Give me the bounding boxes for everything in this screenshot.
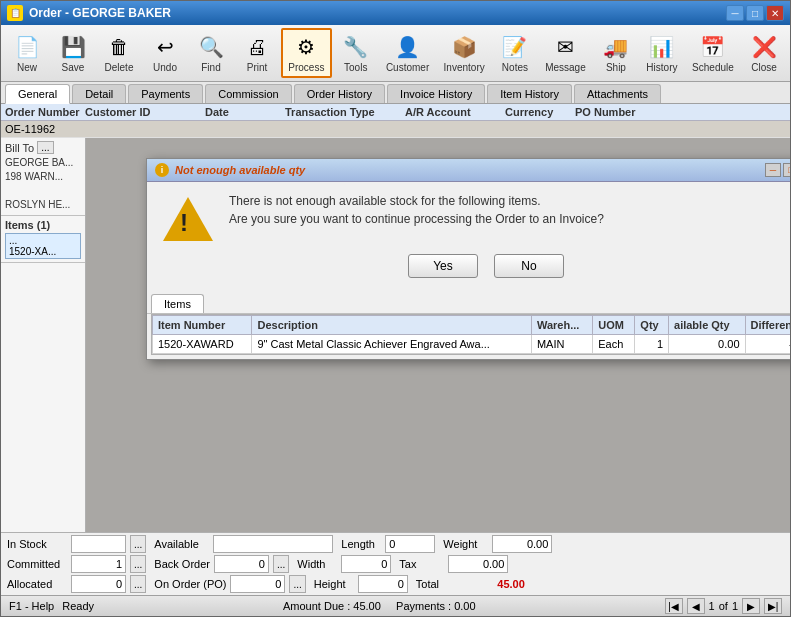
tools-button[interactable]: 🔧 Tools [334, 29, 378, 77]
inventory-button[interactable]: 📦 Inventory [437, 29, 491, 77]
dialog-title-bar: i Not enough available qty ─ □ ✕ [147, 159, 790, 182]
notes-label: Notes [502, 62, 528, 73]
ready-text: Ready [62, 600, 94, 612]
maximize-button[interactable]: □ [746, 5, 764, 21]
in-stock-input[interactable] [71, 535, 126, 553]
back-order-input[interactable] [214, 555, 269, 573]
yes-button[interactable]: Yes [408, 254, 478, 278]
no-button[interactable]: No [494, 254, 564, 278]
last-page-button[interactable]: ▶| [764, 598, 782, 614]
save-button[interactable]: 💾 Save [51, 29, 95, 77]
available-label: Available [154, 538, 209, 550]
find-button[interactable]: 🔍 Find [189, 29, 233, 77]
th-item-number: Item Number [153, 316, 252, 335]
on-order-btn[interactable]: ... [289, 575, 305, 593]
order-data-row: OE-11962 [1, 121, 790, 138]
new-button[interactable]: 📄 New [5, 29, 49, 77]
tab-order-history[interactable]: Order History [294, 84, 385, 103]
width-label: Width [297, 558, 337, 570]
dialog-items-tab[interactable]: Items [151, 294, 204, 313]
in-stock-btn[interactable]: ... [130, 535, 146, 553]
schedule-button[interactable]: 📅 Schedule [686, 29, 740, 77]
delete-button[interactable]: 🗑 Delete [97, 29, 141, 77]
page-number: 1 [709, 600, 715, 612]
bottom-row-3: Allocated ... On Order (PO) ... Height T… [7, 575, 784, 593]
left-panel: Bill To ... GEORGE BA... 198 WARN... ROS… [1, 138, 86, 532]
col-currency: Currency [505, 106, 575, 118]
available-input[interactable] [213, 535, 333, 553]
page-total: 1 [732, 600, 738, 612]
tax-input[interactable] [448, 555, 508, 573]
height-input[interactable] [358, 575, 408, 593]
tools-label: Tools [344, 62, 367, 73]
td-description: 9" Cast Metal Classic Achiever Engraved … [252, 335, 531, 354]
find-label: Find [201, 62, 220, 73]
prev-page-button[interactable]: ◀ [687, 598, 705, 614]
back-order-btn[interactable]: ... [273, 555, 289, 573]
width-input[interactable] [341, 555, 391, 573]
length-input[interactable] [385, 535, 435, 553]
next-page-button[interactable]: ▶ [742, 598, 760, 614]
history-button[interactable]: 📊 History [640, 29, 684, 77]
tools-icon: 🔧 [342, 33, 370, 61]
first-page-button[interactable]: |◀ [665, 598, 683, 614]
window-controls: ─ □ ✕ [726, 5, 784, 21]
schedule-icon: 📅 [699, 33, 727, 61]
weight-input[interactable] [492, 535, 552, 553]
tab-invoice-history[interactable]: Invoice History [387, 84, 485, 103]
tax-label: Tax [399, 558, 444, 570]
save-icon: 💾 [59, 33, 87, 61]
bill-to-expand-button[interactable]: ... [37, 141, 53, 154]
dialog-title-text: Not enough available qty [175, 164, 305, 176]
tab-commission[interactable]: Commission [205, 84, 292, 103]
message-button[interactable]: ✉ Message [539, 29, 592, 77]
order-header-columns: Order Number Customer ID Date Transactio… [1, 104, 790, 121]
history-icon: 📊 [648, 33, 676, 61]
col-order-number: Order Number [5, 106, 85, 118]
dialog-restore-button[interactable]: □ [783, 163, 790, 177]
close-window-button[interactable]: ✕ [766, 5, 784, 21]
ship-button[interactable]: 🚚 Ship [594, 29, 638, 77]
tab-payments[interactable]: Payments [128, 84, 203, 103]
tab-general[interactable]: General [5, 84, 70, 104]
bottom-row-1: In Stock ... Available Length Weight [7, 535, 784, 553]
ship-label: Ship [606, 62, 626, 73]
committed-input[interactable] [71, 555, 126, 573]
dialog-minimize-button[interactable]: ─ [765, 163, 781, 177]
minimize-button[interactable]: ─ [726, 5, 744, 21]
total-label: Total [416, 578, 461, 590]
customer-button[interactable]: 👤 Customer [380, 29, 436, 77]
dialog-body: ! There is not enough available stock fo… [147, 182, 790, 290]
bill-to-address: GEORGE BA... 198 WARN... ROSLYN HE... [5, 156, 81, 212]
payments-text: Payments : 0.00 [396, 600, 476, 612]
th-description: Description [252, 316, 531, 335]
process-label: Process [288, 62, 324, 73]
th-qty: Qty [635, 316, 669, 335]
process-button[interactable]: ⚙ Process [281, 28, 332, 78]
close-button[interactable]: ❌ Close [742, 29, 786, 77]
allocated-input[interactable] [71, 575, 126, 593]
on-order-input[interactable] [230, 575, 285, 593]
allocated-btn[interactable]: ... [130, 575, 146, 593]
help-text: F1 - Help [9, 600, 54, 612]
total-value: 45.00 [465, 578, 525, 590]
committed-btn[interactable]: ... [130, 555, 146, 573]
tab-detail[interactable]: Detail [72, 84, 126, 103]
tab-attachments[interactable]: Attachments [574, 84, 661, 103]
inventory-icon: 📦 [450, 33, 478, 61]
undo-button[interactable]: ↩ Undo [143, 29, 187, 77]
dialog-items-table-container: Item Number Description Wareh... UOM Qty… [151, 314, 790, 355]
weight-label: Weight [443, 538, 488, 550]
dialog-inner-tab-bar: Items [147, 290, 790, 314]
notes-button[interactable]: 📝 Notes [493, 29, 537, 77]
allocated-label: Allocated [7, 578, 67, 590]
td-difference: -1.00 [745, 335, 790, 354]
inventory-label: Inventory [444, 62, 485, 73]
col-po-number: PO Number [575, 106, 786, 118]
history-label: History [646, 62, 677, 73]
item-row-left[interactable]: ... 1520-XA... [5, 233, 81, 259]
tab-item-history[interactable]: Item History [487, 84, 572, 103]
print-button[interactable]: 🖨 Print [235, 29, 279, 77]
bill-to-section: Bill To ... GEORGE BA... 198 WARN... ROS… [1, 138, 85, 216]
process-icon: ⚙ [292, 33, 320, 61]
